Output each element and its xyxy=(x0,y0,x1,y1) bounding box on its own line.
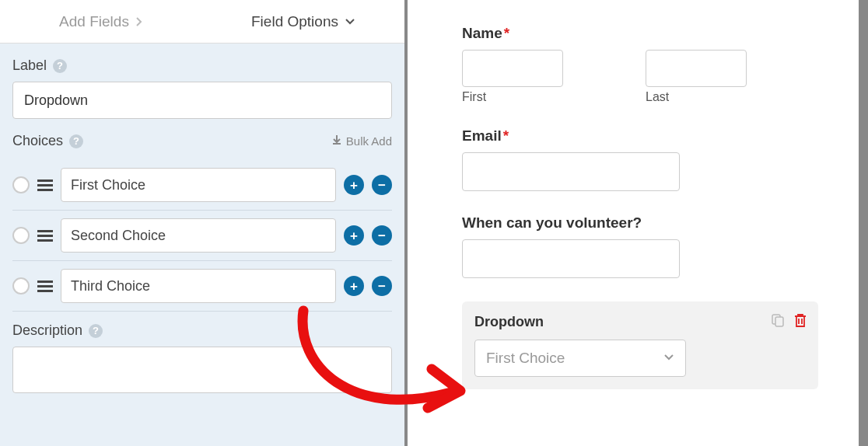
help-icon[interactable]: ? xyxy=(69,134,83,148)
help-icon[interactable]: ? xyxy=(89,324,103,338)
tab-field-options[interactable]: Field Options xyxy=(202,0,404,43)
remove-choice-button[interactable]: − xyxy=(372,225,392,246)
choices-header: Choices ? Bulk Add xyxy=(12,133,392,149)
choice-input[interactable] xyxy=(61,269,336,303)
last-sublabel: Last xyxy=(646,90,818,104)
add-choice-button[interactable]: + xyxy=(344,175,364,195)
label-input[interactable] xyxy=(12,82,392,119)
download-icon xyxy=(331,134,342,148)
volunteer-input[interactable] xyxy=(462,239,680,278)
remove-choice-button[interactable]: − xyxy=(372,276,392,296)
choice-row: + − xyxy=(12,160,392,211)
dropdown-field-selected[interactable]: Dropdown First Choice xyxy=(462,301,818,389)
duplicate-icon[interactable] xyxy=(770,312,786,332)
chevron-down-icon xyxy=(345,18,355,26)
bulk-add-label: Bulk Add xyxy=(346,134,392,148)
name-field[interactable]: Name* First Last xyxy=(462,25,818,104)
choice-input[interactable] xyxy=(61,168,336,202)
drag-handle-icon[interactable] xyxy=(37,179,53,191)
chevron-down-icon xyxy=(663,353,674,364)
drag-handle-icon[interactable] xyxy=(37,280,53,292)
volunteer-label: When can you volunteer? xyxy=(462,214,818,232)
required-icon: * xyxy=(503,127,509,144)
trash-icon[interactable] xyxy=(793,312,807,332)
tab-label: Field Options xyxy=(251,13,338,30)
panel: Label ? Choices ? Bulk Add xyxy=(0,44,404,396)
description-header: Description ? xyxy=(12,322,392,339)
email-field[interactable]: Email* xyxy=(462,127,818,191)
dropdown-label: Dropdown xyxy=(474,314,806,330)
tab-label: Add Fields xyxy=(59,13,129,30)
bulk-add-button[interactable]: Bulk Add xyxy=(331,134,392,148)
first-name-input[interactable] xyxy=(462,50,563,87)
help-icon[interactable]: ? xyxy=(53,59,67,73)
volunteer-field[interactable]: When can you volunteer? xyxy=(462,214,818,278)
name-label: Name* xyxy=(462,25,818,42)
dropdown-select[interactable]: First Choice xyxy=(474,340,686,377)
form-preview: Name* First Last Email* When can you vol… xyxy=(408,0,868,446)
description-input[interactable] xyxy=(12,347,392,393)
chevron-right-icon xyxy=(135,16,143,27)
svg-rect-1 xyxy=(775,317,783,326)
last-name-input[interactable] xyxy=(646,50,747,87)
label-text: Email xyxy=(462,127,502,144)
label-title: Label xyxy=(12,57,47,74)
label-header: Label ? xyxy=(12,57,392,74)
description-title: Description xyxy=(12,322,82,339)
radio-default-icon[interactable] xyxy=(12,227,30,244)
first-sublabel: First xyxy=(462,90,635,104)
choices-title: Choices xyxy=(12,133,63,149)
dropdown-value: First Choice xyxy=(486,350,565,367)
email-label: Email* xyxy=(462,127,818,145)
drag-handle-icon[interactable] xyxy=(37,230,53,242)
required-icon: * xyxy=(504,25,509,41)
label-text: Name xyxy=(462,25,502,41)
field-controls xyxy=(770,312,807,332)
radio-default-icon[interactable] xyxy=(12,176,30,193)
sidebar: Add Fields Field Options Label ? Choic xyxy=(0,0,408,446)
tab-add-fields[interactable]: Add Fields xyxy=(0,0,202,43)
tabs: Add Fields Field Options xyxy=(0,0,404,44)
choice-input[interactable] xyxy=(61,218,336,253)
remove-choice-button[interactable]: − xyxy=(372,175,392,195)
choice-row: + − xyxy=(12,211,392,261)
choice-row: + − xyxy=(12,261,392,312)
email-input[interactable] xyxy=(462,152,680,191)
radio-default-icon[interactable] xyxy=(12,277,30,294)
add-choice-button[interactable]: + xyxy=(344,225,364,246)
add-choice-button[interactable]: + xyxy=(344,276,364,296)
